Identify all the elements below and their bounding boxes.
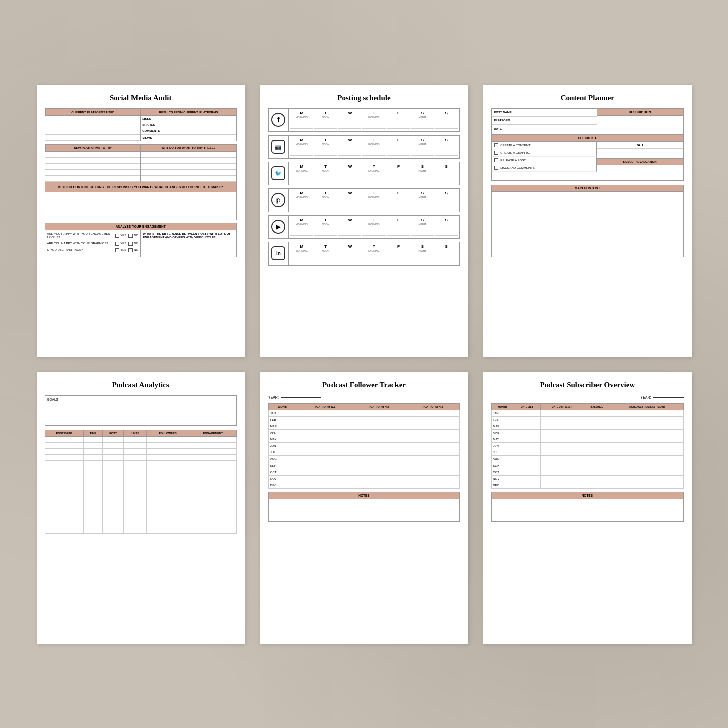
subscriber-col2-APR[interactable] xyxy=(541,429,583,436)
yt-slot-2[interactable] xyxy=(314,228,337,236)
analytics-cell-2-0[interactable] xyxy=(45,448,83,454)
analytics-cell-11-3[interactable] xyxy=(124,503,147,509)
analytics-cell-14-4[interactable] xyxy=(147,521,189,527)
subscriber-col4-MAY[interactable] xyxy=(611,436,683,442)
subscriber-col4-AUG[interactable] xyxy=(611,455,683,462)
follower-p3-JAN[interactable] xyxy=(406,410,460,416)
ig-slot-2[interactable] xyxy=(314,148,337,156)
follower-row-APR[interactable]: APR xyxy=(268,429,459,436)
subscriber-col4-JUL[interactable] xyxy=(611,449,683,455)
checklist-checkbox-1[interactable] xyxy=(494,143,498,147)
follower-p1-MAR[interactable] xyxy=(298,423,352,429)
pin-slot-3[interactable] xyxy=(338,201,361,209)
analytics-cell-4-4[interactable] xyxy=(147,460,189,467)
analytics-cell-6-0[interactable] xyxy=(45,473,83,479)
ig-slot-7[interactable] xyxy=(435,148,458,156)
content-question-body[interactable] xyxy=(45,192,237,220)
checklist-checkbox-2[interactable] xyxy=(494,151,498,155)
pin-slot-4[interactable] xyxy=(362,201,385,209)
analytics-cell-9-4[interactable] xyxy=(147,491,189,497)
li-slot-2[interactable] xyxy=(314,254,337,262)
subscriber-notes-body[interactable] xyxy=(491,499,683,522)
analytics-cell-5-3[interactable] xyxy=(124,467,147,473)
engagement-q2-yes[interactable]: YES xyxy=(115,242,126,246)
analytics-cell-13-4[interactable] xyxy=(147,515,189,521)
subscriber-col1-DEC[interactable] xyxy=(513,482,541,488)
analytics-cell-14-3[interactable] xyxy=(124,521,147,527)
fb-slot-2[interactable] xyxy=(314,121,337,129)
fb-slot-5[interactable] xyxy=(387,121,410,129)
subscriber-row-NOV[interactable]: NOV xyxy=(492,475,683,482)
li-slot-5[interactable] xyxy=(387,254,410,262)
analytics-cell-11-1[interactable] xyxy=(83,503,102,509)
analytics-cell-0-1[interactable] xyxy=(83,436,102,442)
subscriber-col2-OCT[interactable] xyxy=(541,469,583,475)
follower-p3-DEC[interactable] xyxy=(406,482,460,488)
subscriber-row-MAY[interactable]: MAY xyxy=(492,436,683,442)
follower-p1-FEB[interactable] xyxy=(298,416,352,423)
li-slot-4[interactable] xyxy=(362,254,385,262)
subscriber-col2-JUN[interactable] xyxy=(541,442,583,449)
platform-row-3[interactable] xyxy=(45,128,141,135)
subscriber-col4-DEC[interactable] xyxy=(611,482,683,488)
analytics-cell-11-2[interactable] xyxy=(103,503,124,509)
follower-p1-OCT[interactable] xyxy=(298,469,352,475)
follower-p1-MAY[interactable] xyxy=(298,436,352,442)
yt-slot-1[interactable] xyxy=(290,228,313,236)
yt-slot-3[interactable] xyxy=(338,228,361,236)
subscriber-col4-SEP[interactable] xyxy=(611,462,683,469)
follower-p2-OCT[interactable] xyxy=(352,469,406,475)
follower-p3-JUL[interactable] xyxy=(406,449,460,455)
analytics-row-4[interactable] xyxy=(45,460,236,467)
subscriber-col1-MAR[interactable] xyxy=(513,423,541,429)
analytics-row-9[interactable] xyxy=(45,491,236,497)
new-platform-row-1[interactable] xyxy=(45,152,141,158)
follower-p1-NOV[interactable] xyxy=(298,475,352,482)
follower-row-MAR[interactable]: MAR xyxy=(268,423,459,429)
follower-p2-SEP[interactable] xyxy=(352,462,406,469)
analytics-cell-10-0[interactable] xyxy=(45,497,83,503)
analytics-cell-2-3[interactable] xyxy=(124,448,147,454)
subscriber-col3-MAR[interactable] xyxy=(583,423,611,429)
yt-slot-6[interactable] xyxy=(411,228,434,236)
follower-p2-NOV[interactable] xyxy=(352,475,406,482)
analytics-cell-1-5[interactable] xyxy=(189,442,236,448)
subscriber-col1-JUL[interactable] xyxy=(513,449,541,455)
follower-notes-body[interactable] xyxy=(268,499,460,522)
engagement-q1-no[interactable]: NO xyxy=(128,234,138,238)
goals-body[interactable] xyxy=(45,403,236,425)
analytics-cell-13-3[interactable] xyxy=(124,515,147,521)
subscriber-col3-APR[interactable] xyxy=(583,429,611,436)
subscriber-col2-MAY[interactable] xyxy=(541,436,583,442)
tw-slot-6[interactable] xyxy=(411,174,434,182)
tw-slot-3[interactable] xyxy=(338,174,361,182)
analytics-row-0[interactable] xyxy=(45,436,236,442)
analytics-cell-5-2[interactable] xyxy=(103,467,124,473)
analytics-row-15[interactable] xyxy=(45,527,236,533)
engagement-q1-yes[interactable]: YES xyxy=(115,234,126,238)
pin-slot-2[interactable] xyxy=(314,201,337,209)
analytics-cell-13-0[interactable] xyxy=(45,515,83,521)
subscriber-col3-MAY[interactable] xyxy=(583,436,611,442)
analytics-cell-11-5[interactable] xyxy=(189,503,236,509)
subscriber-col4-JUN[interactable] xyxy=(611,442,683,449)
follower-p1-JUN[interactable] xyxy=(298,442,352,449)
li-slot-6[interactable] xyxy=(411,254,434,262)
subscriber-row-SEP[interactable]: SEP xyxy=(492,462,683,469)
subscriber-col1-SEP[interactable] xyxy=(513,462,541,469)
analytics-cell-6-3[interactable] xyxy=(124,473,147,479)
analytics-cell-12-3[interactable] xyxy=(124,509,147,515)
analytics-cell-3-0[interactable] xyxy=(45,454,83,460)
analytics-row-6[interactable] xyxy=(45,473,236,479)
analytics-cell-13-5[interactable] xyxy=(189,515,236,521)
analytics-cell-12-4[interactable] xyxy=(147,509,189,515)
analytics-cell-0-0[interactable] xyxy=(45,436,83,442)
analytics-cell-8-4[interactable] xyxy=(147,485,189,491)
subscriber-col3-JUN[interactable] xyxy=(583,442,611,449)
analytics-cell-14-2[interactable] xyxy=(103,521,124,527)
analytics-row-3[interactable] xyxy=(45,454,236,460)
why-row-5[interactable] xyxy=(141,176,236,182)
analytics-cell-4-3[interactable] xyxy=(124,460,147,467)
analytics-cell-15-5[interactable] xyxy=(189,527,236,533)
subscriber-col2-FEB[interactable] xyxy=(541,416,583,423)
